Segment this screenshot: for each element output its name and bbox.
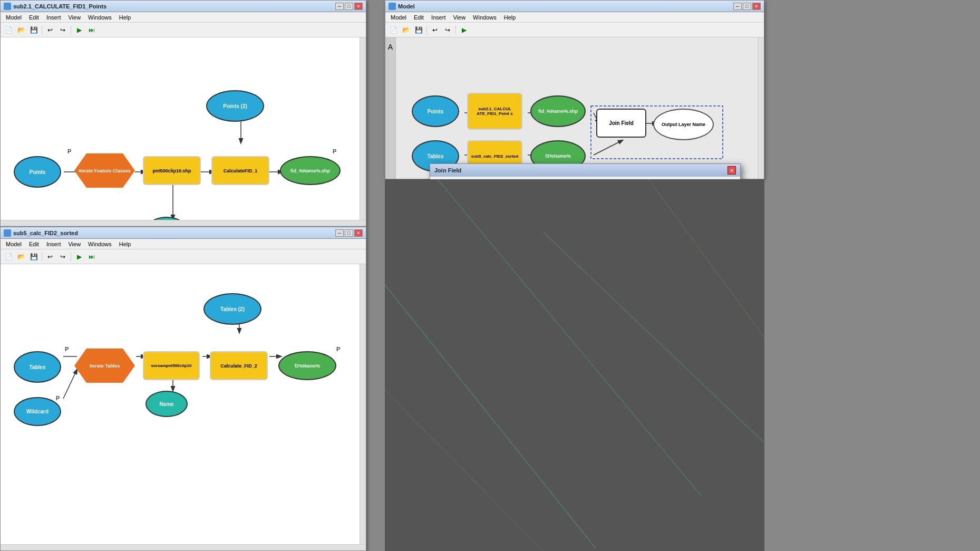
menu-windows2[interactable]: Windows [470,14,500,21]
titlebar-buttons-model: ─ □ ✕ [733,3,761,10]
sidebar-icon-a[interactable]: A [385,43,395,51]
node-tables2[interactable]: Tables (2) [203,293,261,325]
menu-insert[interactable]: Insert [43,14,64,21]
redo-btn3[interactable]: ↪ [57,251,69,263]
menu-edit2[interactable]: Edit [411,14,427,21]
toolbar-bottom: 📄 📂 💾 ↩ ↪ ▶ ⏭ [1,249,366,264]
window-title-model: Model [398,3,415,9]
maximize-btn[interactable]: □ [345,3,353,10]
redo-btn[interactable]: ↪ [57,24,69,36]
node-fidname[interactable]: fid_%Name%.shp [280,156,341,185]
node-wildcard[interactable]: Wildcard [14,397,61,426]
dialog-close-btn[interactable]: ✕ [727,166,736,175]
scrollbar-right-model[interactable] [758,37,764,179]
scrollbar-bottom2[interactable] [1,544,366,550]
menu-insert2[interactable]: Insert [428,14,449,21]
node-sorsampnt[interactable]: sorsampnt500clip10 [143,351,200,380]
run-btn2[interactable]: ▶ [458,24,470,36]
step-btn3[interactable]: ⏭ [86,251,98,263]
toolbar-model: 📄 📂 💾 ↩ ↪ ▶ [385,23,764,37]
minimize-model[interactable]: ─ [733,3,742,10]
node-joinfield[interactable]: Join Field [596,109,646,138]
svg-line-20 [63,370,77,399]
sep6 [71,252,71,262]
save-btn[interactable]: 💾 [28,24,40,36]
node-output-layer[interactable]: Output Layer Name [653,109,714,140]
sep5 [42,252,42,262]
svg-line-24 [648,179,764,337]
bg-decoration [385,179,764,551]
node-model-points[interactable]: Points [412,95,459,127]
menu-windows[interactable]: Windows [85,14,115,21]
menu-help-b[interactable]: Help [116,240,134,248]
node-name-b[interactable]: Name [145,391,188,417]
canvas-model: Points sub2.1_CALCUL ATE_FID1_Point s fi… [385,37,764,179]
canvas-top-left: Points (2) P P Points Iterate Feature Cl… [1,37,366,226]
menu-windows-b[interactable]: Windows [85,240,115,248]
maximize-bottom[interactable]: □ [345,229,353,237]
menu-view[interactable]: View [65,14,84,21]
undo-btn3[interactable]: ↩ [44,251,56,263]
menu-edit[interactable]: Edit [26,14,42,21]
node-points[interactable]: Points [14,156,61,188]
node-tables-b[interactable]: Tables [14,351,61,383]
close-bottom[interactable]: ✕ [354,229,363,237]
new-btn[interactable]: 📄 [3,24,14,36]
run-btn[interactable]: ▶ [73,24,85,36]
undo-btn2[interactable]: ↩ [429,24,441,36]
node-calcfid1[interactable]: CalculateFID_1 [211,156,269,185]
sidebar-left: A [385,37,396,179]
open-btn[interactable]: 📂 [15,24,27,36]
window-top-left: sub2.1_CALCULATE_FID1_Points ─ □ ✕ Model… [0,0,366,227]
menu-model[interactable]: Model [3,14,25,21]
titlebar-model: Model ─ □ ✕ [385,1,764,12]
open-btn2[interactable]: 📂 [400,24,412,36]
sep2 [71,25,71,35]
minimize-bottom[interactable]: ─ [335,229,344,237]
node-iterate-tables[interactable]: Iterate Tables [74,349,135,383]
step-btn[interactable]: ⏭ [86,24,98,36]
label-p4: P [336,346,340,352]
open-btn3[interactable]: 📂 [15,251,27,263]
menu-model-b[interactable]: Model [3,240,25,248]
menubar-top-left: Model Edit Insert View Windows Help [1,12,366,23]
new-btn2[interactable]: 📄 [387,24,399,36]
menu-view2[interactable]: View [450,14,469,21]
dialog-titlebar: Join Field ✕ [430,164,740,177]
node-fid-name-shp[interactable]: fid_%Name%.shp [530,95,586,127]
minimize-btn[interactable]: ─ [335,3,344,10]
menu-insert-b[interactable]: Insert [43,240,64,248]
menu-view-b[interactable]: View [65,240,84,248]
new-btn3[interactable]: 📄 [3,251,14,263]
redo-btn2[interactable]: ↪ [442,24,453,36]
run-btn3[interactable]: ▶ [73,251,85,263]
close-model[interactable]: ✕ [752,3,761,10]
window-title-bottom: sub5_calc_FID2_sorted [13,230,78,236]
menu-help[interactable]: Help [116,14,134,21]
titlebar-top-left: sub2.1_CALCULATE_FID1_Points ─ □ ✕ [1,1,366,12]
dialog-title: Join Field [434,167,461,173]
node-pnt500[interactable]: pnt500clip10.shp [143,156,201,185]
scrollbar-right-bottom[interactable] [360,264,366,550]
close-btn[interactable]: ✕ [354,3,363,10]
window-title: sub2.1_CALCULATE_FID1_Points [13,3,106,9]
svg-line-12 [594,140,623,155]
menu-model2[interactable]: Model [387,14,410,21]
undo-btn[interactable]: ↩ [44,24,56,36]
scrollbar-bottom[interactable] [1,220,366,226]
maximize-model[interactable]: □ [743,3,751,10]
save-btn3[interactable]: 💾 [28,251,40,263]
node-iterate-feature[interactable]: Iterate Feature Classes [74,153,135,188]
window-icon [4,3,11,10]
menubar-bottom: Model Edit Insert View Windows Help [1,239,366,249]
save-btn2[interactable]: 💾 [413,24,424,36]
menu-edit-b[interactable]: Edit [26,240,42,248]
background-dark [385,179,764,551]
node-points2[interactable]: Points (2) [206,90,264,122]
titlebar-buttons: ─ □ ✕ [335,3,363,10]
node-f2namepct[interactable]: f2%Name% [278,351,336,380]
scrollbar-right[interactable] [360,37,366,226]
node-calcfid2[interactable]: Calculate_FID_2 [210,351,268,380]
node-sub2calc[interactable]: sub2.1_CALCUL ATE_FID1_Point s [467,93,522,130]
menu-help2[interactable]: Help [501,14,519,21]
